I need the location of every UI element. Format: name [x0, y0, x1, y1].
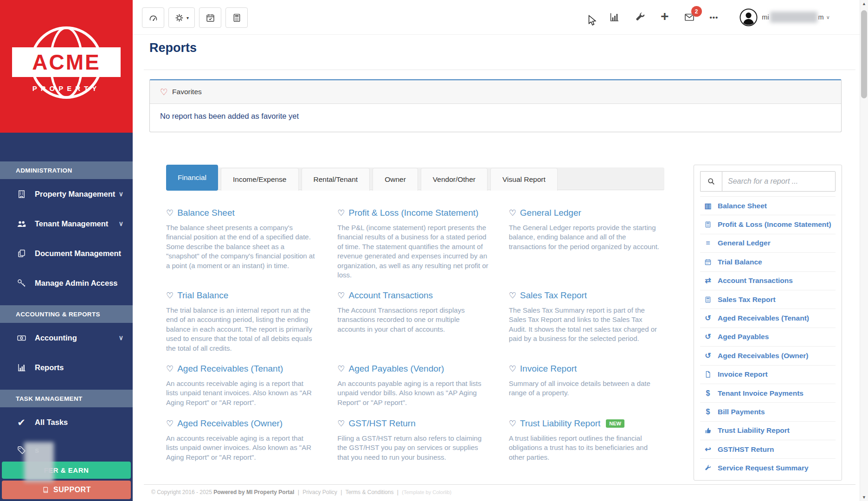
tab-vendor-other[interactable]: Vendor/Other [421, 168, 488, 191]
heart-icon[interactable]: ♡ [509, 419, 516, 428]
sidebar-item-manage-admin-access[interactable]: Manage Admin Access [0, 268, 133, 298]
history-icon: ↺ [703, 352, 713, 360]
report-card-balance-sheet: ♡Balance SheetThe balance sheet presents… [166, 208, 323, 290]
scroll-up-arrow[interactable]: ▲ [860, 1, 868, 6]
report-list-item-trust-liability-report[interactable]: Trust Liability Report [700, 421, 836, 440]
settings-button[interactable]: ▾ [168, 7, 195, 28]
report-card-description: A trust liabilities report outlines the … [509, 434, 666, 462]
report-card-link[interactable]: ♡Sales Tax Report [509, 290, 666, 301]
new-badge: NEW [606, 419, 624, 428]
tab-financial[interactable]: Financial [166, 165, 218, 191]
avatar [739, 8, 758, 26]
calendar-icon [703, 258, 713, 266]
report-list-label: Account Transactions [718, 276, 793, 285]
report-list-item-bill-payments[interactable]: $Bill Payments [700, 402, 836, 421]
report-list-item-balance-sheet[interactable]: ▥Balance Sheet [700, 196, 836, 215]
report-card-link[interactable]: ♡Profit & Loss (Income Statement) [337, 208, 495, 218]
tab-rental-tenant[interactable]: Rental/Tenant [302, 168, 370, 191]
calculator-button[interactable] [225, 7, 248, 28]
heart-icon[interactable]: ♡ [509, 365, 516, 373]
terms-conditions-link[interactable]: Terms & Conditions [345, 489, 393, 495]
report-card-gst-hst-return: ♡GST/HST ReturnFiling a GST/HST return a… [337, 418, 495, 488]
report-card-title: Trial Balance [177, 290, 228, 301]
add-new-button[interactable]: + [661, 9, 669, 23]
scrollbar-thumb[interactable] [861, 10, 867, 98]
scroll-down-arrow[interactable]: ▼ [860, 495, 868, 500]
sidebar-item-label: Tenant Management [35, 219, 108, 228]
report-card-link[interactable]: ♡Account Transactions [337, 290, 495, 301]
report-list-item-tenant-invoice-payments[interactable]: $Tenant Invoice Payments [700, 384, 836, 402]
privacy-policy-link[interactable]: Privacy Policy [302, 489, 337, 495]
tab-visual-report[interactable]: Visual Report [490, 168, 558, 191]
sidebar-item-reports[interactable]: Reports [0, 353, 133, 382]
heart-icon: ♡ [160, 88, 168, 96]
report-card-link[interactable]: ♡GST/HST Return [337, 418, 495, 429]
refer-and-earn-button[interactable]: FER & EARN [2, 462, 131, 479]
sidebar-item-redacted[interactable]: s [0, 437, 133, 463]
report-list-item-aged-payables[interactable]: ↺Aged Payables [700, 328, 836, 346]
sidebar-item-property-management[interactable]: Property Management∨ [0, 179, 133, 209]
vertical-scrollbar[interactable]: ▲ ▼ [860, 0, 868, 501]
report-card-link[interactable]: ♡Trust Liability ReportNEW [509, 418, 666, 429]
report-card-link[interactable]: ♡Invoice Report [509, 364, 666, 374]
report-card-invoice-report: ♡Invoice ReportSummary of all invoice de… [509, 364, 666, 418]
report-list-item-aged-receivables-owner[interactable]: ↺Aged Receivables (Owner) [700, 346, 836, 365]
report-card-title: Profit & Loss (Income Statement) [348, 208, 478, 218]
report-card-link[interactable]: ♡General Ledger [509, 208, 666, 218]
report-card-link[interactable]: ♡Aged Payables (Vendor) [337, 364, 495, 374]
tools-button[interactable] [635, 12, 646, 23]
messages-button[interactable]: 2 [684, 12, 695, 23]
heart-icon[interactable]: ♡ [509, 291, 516, 300]
acme-property-logo[interactable]: ACME PROPERTY [0, 0, 133, 133]
report-card-description: The balance sheet presents a company's f… [166, 223, 323, 270]
report-card-link[interactable]: ♡Aged Receivables (Tenant) [166, 364, 323, 374]
topbar-right: +2••• mi m ∨ [609, 0, 830, 34]
more-button[interactable]: ••• [710, 14, 719, 21]
report-card-link[interactable]: ♡Trial Balance [166, 290, 323, 301]
heart-icon[interactable]: ♡ [337, 209, 345, 217]
heart-icon[interactable]: ♡ [337, 419, 345, 428]
caret-down-icon: ▾ [186, 15, 189, 20]
sidebar-item-all-tasks[interactable]: ✔All Tasks [0, 407, 133, 437]
sidebar-item-document-management[interactable]: Document Management [0, 238, 133, 268]
tab-owner[interactable]: Owner [373, 168, 418, 191]
report-card-general-ledger: ♡General LedgerThe General Ledger report… [509, 208, 666, 290]
heart-icon[interactable]: ♡ [166, 419, 174, 428]
reports-shortcut-button[interactable] [609, 12, 620, 23]
report-card-link[interactable]: ♡Balance Sheet [166, 208, 323, 218]
dollar-icon: $ [703, 408, 713, 416]
report-card-link[interactable]: ♡Aged Receivables (Owner) [166, 418, 323, 429]
report-list-label: Aged Payables [718, 333, 769, 341]
reply-icon: ↩ [703, 446, 713, 453]
report-card-title: Balance Sheet [177, 208, 235, 218]
sidebar-item-accounting[interactable]: Accounting∨ [0, 323, 133, 353]
user-name-end: m [818, 13, 824, 21]
heart-icon[interactable]: ♡ [166, 291, 174, 300]
report-list-item-gst-hst-return[interactable]: ↩GST/HST Return [700, 440, 836, 458]
user-menu[interactable]: mi m ∨ [739, 8, 829, 26]
calendar-button[interactable] [199, 7, 221, 28]
heart-icon[interactable]: ♡ [337, 365, 345, 373]
heart-icon[interactable]: ♡ [166, 209, 174, 217]
sidebar-item-tenant-management[interactable]: Tenant Management∨ [0, 209, 133, 238]
report-card-aged-receivables-tenant: ♡Aged Receivables (Tenant)An accounts re… [166, 364, 323, 418]
heart-icon[interactable]: ♡ [509, 209, 516, 217]
report-list-item-general-ledger[interactable]: ≡General Ledger [700, 234, 836, 252]
tab-income-expense[interactable]: Income/Expense [221, 168, 298, 191]
heart-icon[interactable]: ♡ [337, 291, 345, 300]
report-list-item-profit-loss-income-statement[interactable]: Profit & Loss (Income Statement) [700, 215, 836, 233]
content-divider [144, 70, 855, 70]
user-name-start: mi [762, 13, 769, 21]
report-list-item-trial-balance[interactable]: Trial Balance [700, 252, 836, 271]
report-list-item-sales-tax-report[interactable]: Sales Tax Report [700, 290, 836, 308]
columns-icon: ▥ [703, 202, 713, 210]
dashboard-button[interactable] [142, 7, 164, 28]
report-list-label: Bill Payments [718, 408, 765, 416]
heart-icon[interactable]: ♡ [166, 365, 174, 373]
report-list-item-account-transactions[interactable]: ⇄Account Transactions [700, 271, 836, 290]
support-button[interactable]: SUPPORT [2, 481, 131, 499]
report-search-input[interactable] [722, 171, 836, 192]
report-list-item-service-request-summary[interactable]: Service Request Summary [700, 458, 836, 477]
report-list-item-aged-receivables-tenant[interactable]: ↺Aged Receivables (Tenant) [700, 308, 836, 327]
report-list-item-invoice-report[interactable]: Invoice Report [700, 365, 836, 384]
